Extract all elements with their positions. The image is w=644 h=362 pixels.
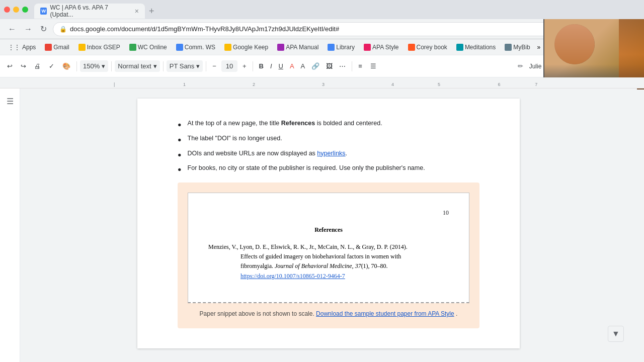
more-icon: » — [537, 44, 541, 51]
toolbar-separator-3 — [163, 61, 164, 71]
font-size-value: 10 — [226, 62, 233, 70]
print-button[interactable]: 🖨 — [31, 60, 44, 72]
bookmark-comm-label: Comm. WS — [185, 44, 215, 51]
bookmark-med-label: Meditations — [465, 44, 496, 51]
bookmark-inbox-label: Inbox GSEP — [87, 44, 120, 51]
tab-label: WC | APA 6 vs. APA 7 (Updat... — [50, 4, 129, 18]
bookmark-google-keep[interactable]: Google Keep — [220, 42, 272, 52]
style-select[interactable]: Normal text ▾ — [115, 60, 159, 72]
sample-box: 10 References Menzies, V., Lyon, D. E., … — [178, 183, 479, 328]
bookmark-keep-label: Google Keep — [233, 44, 268, 51]
spellcheck-button[interactable]: ✓ — [46, 60, 57, 72]
text-color-button[interactable]: A — [287, 60, 297, 72]
list-button[interactable]: ☰ — [367, 60, 379, 72]
bookmark-library[interactable]: Library — [324, 42, 359, 52]
ref-authors: Menzies, V., Lyon, D. E., Elswick, R. K.… — [208, 243, 408, 250]
med-icon — [456, 44, 463, 51]
font-size-decrease-button[interactable]: − — [209, 60, 219, 72]
bookmark-apa-manual[interactable]: APA Manual — [273, 42, 323, 52]
bookmark-mybib[interactable]: MyBib — [501, 42, 534, 52]
highlight-button[interactable]: A — [298, 60, 308, 72]
font-size-increase-button[interactable]: + — [239, 60, 250, 72]
maximize-button[interactable] — [22, 7, 28, 13]
forward-button[interactable]: → — [22, 23, 34, 36]
bold-button[interactable]: B — [256, 60, 267, 72]
ruler-mark-5: 5 — [438, 82, 440, 87]
bullet-dot: ● — [178, 150, 182, 160]
ruler-mark-0: | — [114, 82, 115, 87]
document-page: ● At the top of a new page, the title Re… — [137, 99, 520, 348]
apps-grid-icon: ⋮⋮ — [8, 44, 20, 51]
bullet-text-4: For books, no city or state of the publi… — [188, 163, 425, 174]
more-toolbar-button[interactable]: ⋯ — [336, 60, 349, 72]
bookmark-apps[interactable]: ⋮⋮ Apps — [4, 42, 40, 53]
bookmark-apastyle-label: APA Style — [372, 44, 398, 51]
doi-link[interactable]: https://doi.org/10.1007/s10865-012-9464-… — [240, 273, 345, 280]
bookmark-wc-online[interactable]: WC Online — [125, 42, 171, 52]
zoom-control[interactable]: 150% ▾ — [80, 60, 108, 72]
italic-button[interactable]: I — [267, 60, 275, 72]
scrollbar[interactable] — [637, 88, 644, 362]
font-size-input[interactable]: 10 — [221, 60, 237, 72]
active-tab[interactable]: W WC | APA 6 vs. APA 7 (Updat... × — [34, 4, 145, 19]
ruler: | 1 2 3 4 5 6 7 — [0, 77, 644, 88]
bullet-dot: ● — [178, 135, 182, 145]
document-outline-icon[interactable]: ☰ — [3, 93, 18, 110]
bookmark-gmail[interactable]: Gmail — [41, 42, 73, 52]
bookmark-apa-style[interactable]: APA Style — [360, 42, 403, 52]
gmail-icon — [45, 44, 52, 51]
undo-button[interactable]: ↩ — [4, 60, 16, 72]
bookmark-meditations[interactable]: Meditations — [452, 42, 500, 52]
bookmark-comm-ws[interactable]: Comm. WS — [172, 42, 219, 52]
caption-text: Paper snippet above is not shown to scal… — [200, 310, 314, 317]
ruler-content: | 1 2 3 4 5 6 7 — [91, 77, 553, 88]
list-item: ● DOIs and website URLs are now displaye… — [178, 149, 479, 160]
download-sample-link[interactable]: Download the sample student paper from A… — [316, 310, 454, 317]
refresh-button[interactable]: ↻ — [38, 22, 49, 36]
bullet-text-2: The label "DOI" is no longer used. — [188, 134, 282, 145]
apa-manual-icon — [277, 44, 284, 51]
ruler-mark-3: 3 — [322, 82, 325, 87]
lock-icon: 🔒 — [59, 26, 67, 33]
bookmark-inbox-gsep[interactable]: Inbox GSEP — [74, 42, 124, 52]
link-button[interactable]: 🔗 — [308, 60, 323, 72]
zoom-select[interactable]: 150% ▾ — [80, 60, 108, 72]
close-button[interactable] — [4, 7, 10, 13]
minimize-button[interactable] — [13, 7, 19, 13]
references-title: References — [208, 225, 449, 234]
bookmark-gmail-label: Gmail — [53, 44, 69, 51]
toolbar-separator-2 — [111, 61, 112, 71]
bullet-dot: ● — [178, 165, 182, 174]
tab-close-button[interactable]: × — [135, 7, 139, 15]
ruler-mark-4: 4 — [391, 82, 394, 87]
bookmark-corey-book[interactable]: Corey book — [404, 42, 451, 52]
format-buttons: B I U A A 🔗 🖼 ⋯ — [256, 60, 349, 72]
image-button[interactable]: 🖼 — [323, 60, 336, 72]
hyperlinks-link[interactable]: hyperlinks — [317, 150, 345, 157]
bookmark-mybib-label: MyBib — [513, 44, 530, 51]
toolbar-separator-1 — [76, 61, 77, 71]
font-select[interactable]: PT Sans ▾ — [167, 60, 203, 72]
wc-icon — [129, 44, 136, 51]
edit-mode-button[interactable]: ✏ — [516, 60, 525, 72]
font-value: PT Sans — [170, 62, 195, 70]
redo-button[interactable]: ↪ — [18, 60, 29, 72]
inbox-icon — [78, 44, 86, 51]
style-value: Normal text — [118, 62, 151, 70]
scroll-down-button[interactable]: ▼ — [608, 326, 624, 342]
style-dropdown-icon: ▾ — [153, 62, 157, 70]
new-tab-button[interactable]: + — [145, 4, 158, 19]
align-button[interactable]: ≡ — [355, 60, 365, 72]
url-input[interactable]: 🔒 docs.google.com/document/d/1d5mgBYmWm-… — [53, 22, 577, 36]
bullet-text-1: At the top of a new page, the title Refe… — [188, 119, 382, 130]
back-button[interactable]: ← — [6, 23, 18, 36]
bookmarks-more-button[interactable]: » — [535, 42, 543, 52]
document-container: ● At the top of a new page, the title Re… — [20, 99, 637, 348]
bookmark-library-label: Library — [336, 44, 355, 51]
paint-format-button[interactable]: 🎨 — [59, 60, 73, 72]
ruler-mark-1: 1 — [183, 82, 186, 87]
underline-button[interactable]: U — [276, 60, 286, 72]
main-area: ☰ ● At the top of a new page, the title … — [0, 88, 644, 362]
page-number: 10 — [208, 208, 449, 217]
bookmark-apa-label: APA Manual — [286, 44, 318, 51]
